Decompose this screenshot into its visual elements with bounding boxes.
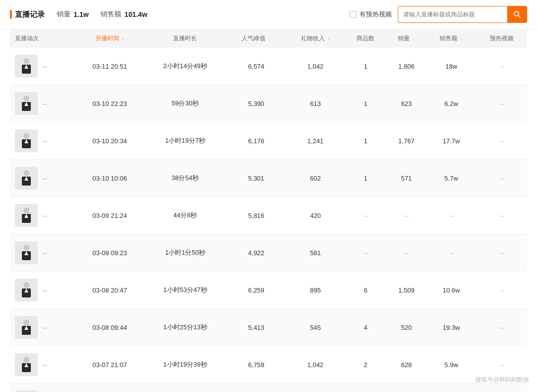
avatar	[15, 92, 38, 115]
orange-accent	[10, 10, 12, 19]
avatar-img	[15, 129, 38, 152]
header-right: 有预热视频	[350, 6, 527, 23]
avatar-img	[15, 55, 38, 78]
cell-sales: 623	[386, 85, 427, 122]
col-sales[interactable]: 销量 ↓	[386, 29, 427, 48]
cell-duration: 2小时14分49秒	[144, 48, 227, 85]
preheat-checkbox[interactable]	[350, 11, 357, 18]
avatar-img	[15, 167, 38, 190]
col-start-time[interactable]: 开播时间 ↓	[76, 29, 144, 48]
cell-peak-popularity: 5,301	[227, 160, 286, 197]
cell-product-count: 1	[345, 85, 386, 122]
cell-product-count: 1	[345, 48, 386, 85]
cell-product-count: --	[345, 197, 386, 234]
cell-preheat-video: --	[476, 384, 527, 392]
cell-start-time: 03-10 22:23	[76, 85, 144, 122]
svg-point-23	[23, 207, 29, 213]
svg-point-3	[23, 58, 29, 64]
table-row[interactable]: -- 03-07 21:071小时19分39秒6,7591,04226285.9…	[10, 346, 527, 384]
search-input[interactable]	[398, 6, 507, 23]
avatar-img	[15, 241, 38, 264]
sort-icon-gift: ↓	[328, 36, 330, 41]
cell-duration: 1小时1分50秒	[144, 234, 227, 272]
cell-sales-amount: 19.3w	[427, 309, 476, 346]
header-row: 直播场次 开播时间 ↓ 直播时长 人气峰值 ↓ 礼物收入	[10, 29, 527, 48]
table-row[interactable]: -- 03-08 09:441小时25分13秒5,413545452019.3w…	[10, 309, 527, 346]
sort-icon-amount: ↓	[460, 36, 463, 41]
cell-product-count: --	[345, 234, 386, 272]
avatar	[15, 129, 38, 152]
cell-duration: 1小时19分39秒	[144, 346, 227, 384]
svg-point-43	[23, 357, 29, 363]
cell-start-time: 03-08 20:47	[76, 272, 144, 309]
search-button[interactable]	[507, 6, 527, 23]
main-container: 直播记录 销量 1.1w 销售额 101.4w 有预热视频	[0, 0, 537, 392]
table-row[interactable]: -- 03-07 09:2240分44秒4,590430--------	[10, 384, 527, 392]
cell-product-count: 1	[345, 122, 386, 160]
col-preheat-video: 预热视频	[476, 29, 527, 48]
cell-sales-amount: --	[427, 384, 476, 392]
svg-line-1	[518, 15, 520, 17]
cell-preheat-video: --	[476, 234, 527, 272]
cell-start-time: 03-08 09:44	[76, 309, 144, 346]
table-row[interactable]: -- 03-11 20:512小时14分49秒6,5741,04211,8061…	[10, 48, 527, 85]
col-duration: 直播时长	[144, 29, 227, 48]
table-row[interactable]: -- 03-09 21:2444分8秒5,816420--------	[10, 197, 527, 234]
title-text: 直播记录	[15, 10, 45, 19]
avatar-img	[15, 204, 38, 227]
sort-icon-sales: ↓	[413, 36, 415, 41]
cell-sales-amount: 18w	[427, 48, 476, 85]
cell-sales: 571	[386, 160, 427, 197]
col-sales-amount[interactable]: 销售额 ↓	[427, 29, 476, 48]
cell-sales: 1,509	[386, 272, 427, 309]
cell-gift-income: 545	[286, 309, 345, 346]
cell-peak-popularity: 4,590	[227, 384, 286, 392]
cell-sales: 628	[386, 346, 427, 384]
cell-session: --	[10, 272, 76, 309]
table-row[interactable]: -- 03-10 10:0638分54秒5,30160215715.7w--	[10, 160, 527, 197]
table-body: -- 03-11 20:512小时14分49秒6,5741,04211,8061…	[10, 48, 527, 392]
cell-gift-income: 895	[286, 272, 345, 309]
sort-icon-start-time: ↓	[122, 36, 124, 41]
cell-session: --	[10, 346, 76, 384]
cell-peak-popularity: 6,759	[227, 346, 286, 384]
cell-session: --	[10, 122, 76, 160]
cell-sales: 1,767	[386, 122, 427, 160]
avatar-img	[15, 279, 38, 301]
table-row[interactable]: -- 03-10 22:2359分30秒5,39061316236.2w--	[10, 85, 527, 122]
cell-sales: --	[386, 234, 427, 272]
live-records-table: 直播场次 开播时间 ↓ 直播时长 人气峰值 ↓ 礼物收入	[10, 29, 527, 392]
cell-start-time: 03-07 21:07	[76, 346, 144, 384]
cell-product-count: --	[345, 384, 386, 392]
avatar	[15, 204, 38, 227]
preheat-checkbox-label[interactable]: 有预热视频	[350, 10, 392, 19]
cell-start-time: 03-07 09:22	[76, 384, 144, 392]
col-peak-popularity[interactable]: 人气峰值 ↓	[227, 29, 286, 48]
session-label: --	[43, 63, 47, 70]
cell-sales-amount: 10.6w	[427, 272, 476, 309]
col-gift-income[interactable]: 礼物收入 ↓	[286, 29, 345, 48]
cell-session: --	[10, 197, 76, 234]
cell-session: --	[10, 160, 76, 197]
table-row[interactable]: -- 03-10 20:341小时19分7秒6,1761,24111,76717…	[10, 122, 527, 160]
cell-gift-income: 1,042	[286, 346, 345, 384]
cell-peak-popularity: 5,390	[227, 85, 286, 122]
watermark: 搜狐号@蝉妈妈数据	[475, 376, 529, 384]
cell-duration: 1小时53分47秒	[144, 272, 227, 309]
cell-peak-popularity: 6,259	[227, 272, 286, 309]
cell-gift-income: 581	[286, 234, 345, 272]
cell-sales: --	[386, 384, 427, 392]
cell-product-count: 6	[345, 272, 386, 309]
header-bar: 直播记录 销量 1.1w 销售额 101.4w 有预热视频	[0, 0, 537, 29]
cell-preheat-video: --	[476, 272, 527, 309]
session-label: --	[43, 212, 47, 219]
cell-product-count: 4	[345, 309, 386, 346]
stat-sales-amount: 销售额 101.4w	[100, 10, 147, 19]
cell-start-time: 03-10 10:06	[76, 160, 144, 197]
table-row[interactable]: -- 03-08 20:471小时53分47秒6,25989561,50910.…	[10, 272, 527, 309]
cell-duration: 59分30秒	[144, 85, 227, 122]
preheat-label-text: 有预热视频	[359, 10, 392, 19]
table-row[interactable]: -- 03-09 09:231小时1分50秒4,922581--------	[10, 234, 527, 272]
cell-sales-amount: --	[427, 234, 476, 272]
cell-session: --	[10, 85, 76, 122]
